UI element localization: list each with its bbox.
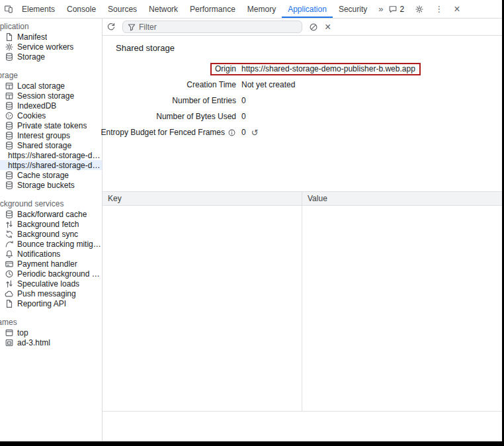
more-tabs-button[interactable]: » [373, 4, 388, 14]
sidebar-item-reporting-api[interactable]: Reporting API [0, 298, 102, 308]
sidebar-section-storage: StorageLocal storageSession storageIndex… [0, 71, 102, 190]
sidebar-item-label: top [17, 328, 28, 337]
sidebar-item-background-fetch[interactable]: Background fetch [0, 219, 102, 229]
toggle-device-toolbar-icon[interactable] [4, 5, 13, 14]
sidebar-item-label: Bounce tracking mitiga… [17, 240, 102, 249]
tab-memory[interactable]: Memory [241, 0, 282, 18]
sidebar-item-shared-storage[interactable]: Shared storage [0, 140, 102, 150]
sidebar-item-periodic-background-s[interactable]: Periodic background s… [0, 269, 102, 279]
tab-security[interactable]: Security [333, 0, 373, 18]
sidebar-item-label: Storage buckets [17, 181, 75, 190]
sidebar-item-cookies[interactable]: Cookies [0, 111, 102, 120]
table-icon [5, 91, 14, 101]
card-icon [5, 259, 14, 269]
worker-icon [5, 42, 14, 52]
filter-funnel-icon [127, 22, 136, 32]
sidebar-item-notifications[interactable]: Notifications [0, 249, 102, 259]
sidebar-item-session-storage[interactable]: Session storage [0, 91, 102, 101]
page-title: Shared storage [103, 36, 502, 56]
sidebar-item-interest-groups[interactable]: Interest groups [0, 130, 102, 140]
sidebar-item-label: Speculative loads [17, 279, 79, 289]
sidebar-item-label: Storage [17, 52, 45, 62]
sidebar-item-service-workers[interactable]: Service workers [0, 42, 102, 52]
main-toolbar: × [103, 19, 502, 36]
sidebar-item-top[interactable]: top [0, 328, 102, 337]
sidebar-item-https-shared-storage-d-9[interactable]: https://shared-storage-d… [0, 160, 102, 170]
sidebar-item-bounce-tracking-mitiga[interactable]: Bounce tracking mitiga… [0, 239, 102, 249]
sidebar-item-private-state-tokens[interactable]: Private state tokens [0, 120, 102, 130]
sidebar-item-push-messaging[interactable]: Push messaging [0, 289, 102, 298]
tab-network[interactable]: Network [143, 0, 184, 18]
table-icon [5, 81, 14, 91]
tab-console[interactable]: Console [61, 0, 102, 18]
doc-icon [5, 299, 14, 308]
sidebar-item-label: Service workers [17, 42, 73, 52]
database-icon [5, 131, 14, 140]
sidebar-item-cache-storage[interactable]: Cache storage [0, 170, 102, 180]
doc-icon [5, 32, 14, 42]
tab-performance[interactable]: Performance [184, 0, 241, 18]
devtools-tabbar: ElementsConsoleSourcesNetworkPerformance… [0, 0, 502, 19]
preview-pane [103, 411, 502, 441]
metadata-row-entropy-budget-for-fenced-frames: Entropy Budget for Fenced Frames0↺ [104, 124, 502, 140]
metadata-value: Not yet created [241, 80, 295, 89]
clock-icon [5, 269, 14, 279]
sidebar-item-label: https://shared-storage-d… [8, 151, 100, 160]
tab-application[interactable]: Application [282, 0, 333, 18]
sidebar-item-indexeddb[interactable]: IndexedDB [0, 101, 102, 111]
metadata-report: Originhttps://shared-storage-demo-publis… [103, 61, 502, 140]
sidebar-item-storage[interactable]: Storage [0, 52, 102, 62]
sidebar-item-back-forward-cache[interactable]: Back/forward cache [0, 209, 102, 219]
kebab-menu-icon[interactable]: ⋮ [435, 4, 443, 14]
sync-icon [5, 230, 14, 239]
delete-selected-icon[interactable]: × [325, 22, 331, 32]
sidebar-item-label: Private state tokens [17, 121, 87, 130]
settings-gear-icon[interactable] [415, 5, 424, 14]
console-messages-icon [388, 5, 398, 14]
info-icon[interactable] [228, 128, 236, 137]
window-edge-bottom [0, 441, 504, 446]
sidebar-item-label: Manifest [17, 32, 47, 42]
table-header: Key Value [103, 192, 502, 206]
sidebar-item-ad-3-html[interactable]: ad-3.html [0, 337, 102, 347]
metadata-row-number-of-bytes-used: Number of Bytes Used0 [104, 109, 502, 124]
sidebar-item-payment-handler[interactable]: Payment handler [0, 259, 102, 269]
sidebar-item-label: Reporting API [17, 299, 66, 308]
console-messages-button[interactable]: 2 [388, 5, 404, 14]
column-header-key[interactable]: Key [103, 192, 302, 205]
sidebar-item-label: IndexedDB [17, 101, 56, 111]
metadata-label: Number of Entries [172, 96, 236, 105]
clear-all-icon[interactable] [309, 22, 318, 32]
metadata-row-origin: Originhttps://shared-storage-demo-publis… [104, 61, 502, 77]
sidebar-item-manifest[interactable]: Manifest [0, 32, 102, 42]
sidebar-section-title: Background services [0, 199, 102, 209]
filter-box[interactable] [122, 21, 302, 33]
sidebar-item-label: https://shared-storage-d… [8, 161, 100, 170]
bounce-icon [5, 240, 14, 249]
column-header-value[interactable]: Value [302, 192, 502, 205]
database-icon [5, 141, 14, 150]
metadata-row-creation-time: Creation TimeNot yet created [104, 77, 502, 93]
metadata-label: Number of Bytes Used [156, 112, 236, 121]
sidebar-item-local-storage[interactable]: Local storage [0, 81, 102, 91]
sidebar-item-https-shared-storage-d[interactable]: https://shared-storage-d… [0, 150, 102, 160]
filter-input[interactable] [139, 22, 298, 32]
sidebar-item-background-sync[interactable]: Background sync [0, 229, 102, 239]
sidebar-item-label: Shared storage [17, 141, 71, 150]
sidebar-section-background-services: Background servicesBack/forward cacheBac… [0, 199, 102, 308]
reset-icon[interactable]: ↺ [251, 128, 259, 138]
sidebar-item-label: Interest groups [17, 131, 70, 140]
refresh-icon[interactable] [106, 22, 116, 32]
sidebar-item-label: Background fetch [17, 220, 79, 229]
database-icon [5, 181, 14, 190]
sidebar-item-label: Periodic background s… [17, 269, 102, 279]
sidebar-item-storage-buckets[interactable]: Storage buckets [0, 180, 102, 190]
tab-elements[interactable]: Elements [16, 0, 61, 18]
metadata-label: Entropy Budget for Fenced Frames [101, 128, 225, 137]
close-devtools-icon[interactable]: × [454, 4, 460, 15]
devtools-window: ElementsConsoleSourcesNetworkPerformance… [0, 0, 502, 441]
tab-sources[interactable]: Sources [102, 0, 143, 18]
updown-icon [5, 279, 14, 289]
database-icon [5, 101, 14, 111]
sidebar-item-speculative-loads[interactable]: Speculative loads [0, 279, 102, 289]
